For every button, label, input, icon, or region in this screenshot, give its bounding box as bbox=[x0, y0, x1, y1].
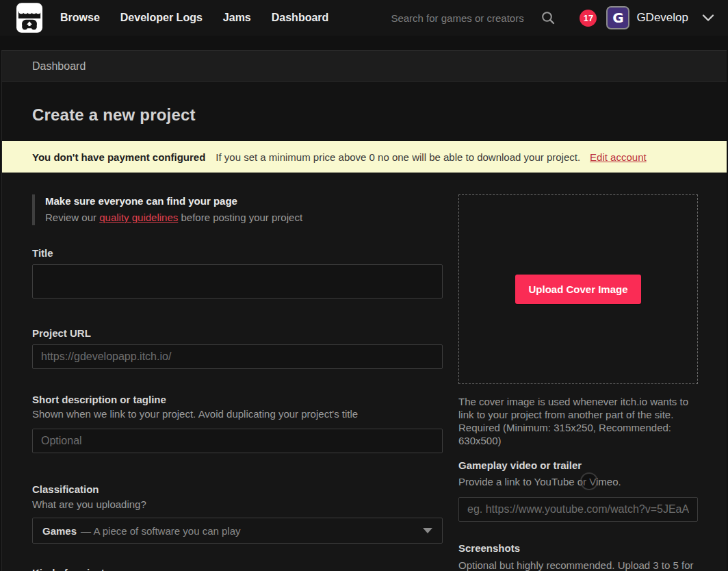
project-url-input[interactable] bbox=[32, 344, 443, 369]
form-right-column: Upload Cover Image The cover image is us… bbox=[458, 194, 698, 571]
classification-section: Classification What are you uploading? G… bbox=[32, 483, 443, 544]
project-form: Make sure everyone can find your page Re… bbox=[2, 173, 727, 571]
select-caret-icon bbox=[423, 528, 432, 533]
quality-callout: Make sure everyone can find your page Re… bbox=[32, 194, 443, 225]
nav-item-browse[interactable]: Browse bbox=[60, 12, 100, 24]
username-label: GDevelop bbox=[636, 11, 688, 25]
chevron-down-icon bbox=[702, 14, 714, 22]
classification-help: What are you uploading? bbox=[32, 498, 443, 511]
gameplay-video-label: Gameplay video or trailer bbox=[458, 459, 698, 471]
kind-of-project-label: Kind of project bbox=[32, 567, 443, 571]
callout-text-after: before posting your project bbox=[178, 212, 302, 223]
gameplay-video-help: Provide a link to YouTube or Vimeo. bbox=[458, 476, 698, 488]
callout-text-before: Review our bbox=[45, 212, 99, 223]
quality-guidelines-link[interactable]: quality guidelines bbox=[99, 212, 178, 223]
callout-subtitle: Review our quality guidelines before pos… bbox=[45, 210, 443, 225]
project-url-label: Project URL bbox=[32, 327, 443, 339]
search-input[interactable] bbox=[391, 12, 536, 24]
project-url-section: Project URL bbox=[32, 327, 443, 369]
avatar: G bbox=[606, 6, 629, 29]
upload-cover-image-button[interactable]: Upload Cover Image bbox=[515, 275, 640, 304]
notification-badge[interactable]: 17 bbox=[580, 10, 597, 27]
cover-image-dropzone[interactable]: Upload Cover Image bbox=[458, 194, 698, 384]
nav-item-developer-logs[interactable]: Developer Logs bbox=[120, 12, 203, 24]
callout-title: Make sure everyone can find your page bbox=[45, 194, 443, 208]
screenshots-label: Screenshots bbox=[458, 542, 698, 554]
page-header: Create a new project bbox=[2, 82, 727, 141]
cover-image-help: The cover image is used whenever itch.io… bbox=[458, 395, 698, 447]
breadcrumb-dashboard[interactable]: Dashboard bbox=[32, 60, 86, 73]
classification-label: Classification bbox=[32, 483, 443, 495]
short-description-label: Short description or tagline bbox=[32, 394, 443, 405]
breadcrumb-bar: Dashboard bbox=[2, 50, 727, 82]
top-navbar: Browse Developer Logs Jams Dashboard 17 … bbox=[0, 0, 728, 36]
form-left-column: Make sure everyone can find your page Re… bbox=[32, 194, 443, 571]
payment-warning-bar: You don't have payment configured If you… bbox=[2, 141, 727, 173]
nav-item-dashboard[interactable]: Dashboard bbox=[272, 12, 329, 24]
warning-text: If you set a minimum price above 0 no on… bbox=[216, 151, 580, 163]
nav-item-jams[interactable]: Jams bbox=[223, 12, 251, 24]
itchio-logo-icon[interactable] bbox=[16, 3, 42, 33]
short-description-help: Shown when we link to your project. Avoi… bbox=[32, 408, 443, 420]
gameplay-video-help-text: Provide a link to YouTube or Vimeo. bbox=[458, 476, 621, 487]
classification-select[interactable]: Games — A piece of software you can play bbox=[32, 518, 443, 544]
main-nav: Browse Developer Logs Jams Dashboard bbox=[60, 12, 328, 24]
short-description-section: Short description or tagline Shown when … bbox=[32, 394, 443, 453]
title-section: Title bbox=[32, 247, 443, 299]
gameplay-video-input[interactable] bbox=[458, 497, 698, 522]
search-icon[interactable] bbox=[541, 11, 555, 25]
user-menu[interactable]: G GDevelop bbox=[606, 6, 714, 29]
page-title: Create a new project bbox=[32, 105, 196, 125]
search-box bbox=[391, 11, 555, 25]
short-description-input[interactable] bbox=[32, 429, 443, 453]
navbar-right: 17 G GDevelop bbox=[391, 6, 714, 29]
screenshots-help: Optional but highly recommended. Upload … bbox=[458, 559, 698, 571]
title-input[interactable] bbox=[32, 264, 443, 299]
warning-title: You don't have payment configured bbox=[32, 151, 205, 163]
classification-value: Games bbox=[42, 525, 77, 537]
classification-value-desc: — A piece of software you can play bbox=[81, 525, 240, 537]
title-label: Title bbox=[32, 247, 443, 259]
page-panel: Dashboard Create a new project You don't… bbox=[1, 50, 727, 571]
edit-account-link[interactable]: Edit account bbox=[590, 151, 647, 163]
